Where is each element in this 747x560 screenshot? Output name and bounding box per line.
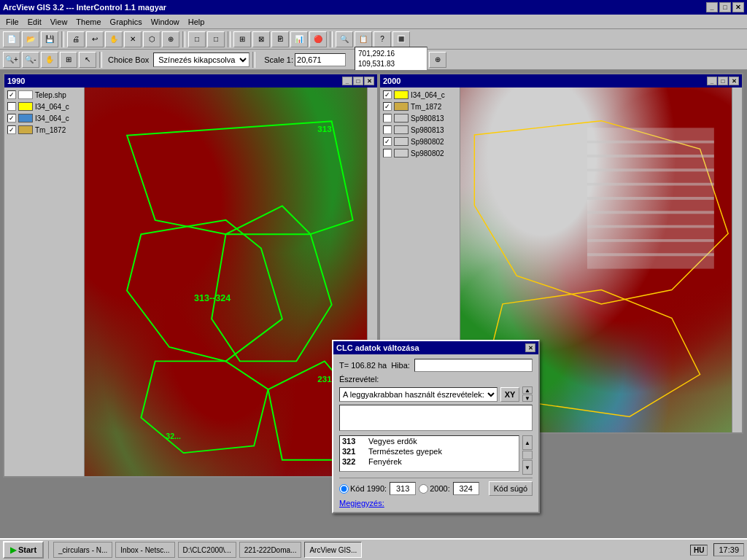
maximize-button[interactable]: □ (719, 2, 731, 12)
zoom-out-btn[interactable]: 🔍- (22, 52, 39, 68)
view-2000-close[interactable]: ✕ (729, 77, 739, 85)
észrevétel-textarea[interactable] (339, 405, 533, 431)
legend-2000-label-2: Tm_1872 (411, 103, 441, 111)
kod-2000-input[interactable] (453, 482, 479, 495)
check-2000-1[interactable]: ✓ (383, 90, 392, 99)
tool-8[interactable]: □ (207, 31, 225, 47)
extent-btn[interactable]: ⊞ (60, 52, 77, 68)
check-2000-3[interactable] (383, 114, 392, 122)
tool-2[interactable]: ↩ (86, 31, 104, 47)
pan-btn[interactable]: ✋ (41, 52, 58, 68)
print-btn[interactable]: 🖨 (67, 31, 85, 47)
tool-15[interactable]: 📋 (355, 31, 372, 47)
list-scroll-dn[interactable]: ▼ (522, 460, 533, 475)
tool-14[interactable]: 🔍 (336, 31, 353, 47)
scale-input[interactable] (295, 53, 346, 66)
open-btn[interactable]: 📂 (22, 31, 39, 47)
start-button[interactable]: ▶ Start (3, 541, 44, 559)
xy-button[interactable]: XY (500, 387, 519, 402)
menu-edit[interactable]: Edit (23, 16, 46, 28)
menu-window[interactable]: Window (147, 16, 184, 28)
tool-9[interactable]: ⊞ (233, 31, 251, 47)
list-item-322[interactable]: 322 Fenyérek (340, 456, 519, 467)
view-2000-scrollbar[interactable] (732, 88, 742, 432)
view-2000-max[interactable]: □ (718, 77, 728, 85)
clock: 17:39 (713, 543, 744, 556)
tool-6[interactable]: ⊕ (162, 31, 179, 47)
taskbar-item-clc2000[interactable]: D:\CLC2000\... (178, 542, 236, 558)
legend-label-3: I34_064_c (35, 114, 69, 122)
view-1990-max[interactable]: □ (353, 77, 363, 85)
tool-7[interactable]: □ (188, 31, 206, 47)
check-2000-6[interactable] (383, 149, 392, 158)
check-2[interactable] (7, 102, 16, 111)
color-2000-1 (394, 90, 409, 99)
color-2000-3 (394, 114, 409, 122)
check-2000-4[interactable] (383, 125, 392, 134)
lang-indicator: HU (690, 545, 708, 556)
tool-12[interactable]: 📊 (290, 31, 308, 47)
menu-help[interactable]: Help (184, 16, 209, 28)
tool-13[interactable]: 🔴 (309, 31, 327, 47)
észrevétel-select[interactable]: A leggyakrabban használt észrevételek: (339, 387, 498, 402)
view-1990-map[interactable]: 313 313--324 231 32... (85, 88, 367, 476)
minimize-button[interactable]: _ (706, 2, 718, 12)
taskbar-item-221[interactable]: 221-222Doma... (239, 542, 302, 558)
app-title: ArcView GIS 3.2 --- InterControl 1.1 mag… (3, 3, 166, 12)
tool-4[interactable]: ✕ (124, 31, 142, 47)
taskbar-label-3: D:\CLC2000\... (183, 546, 231, 554)
check-2000-2[interactable]: ✓ (383, 102, 392, 111)
hiba-input[interactable] (414, 359, 533, 372)
tool-11[interactable]: 🖹 (271, 31, 289, 47)
scroll-up-btn[interactable]: ▲ (522, 386, 533, 394)
tool-5[interactable]: ⬡ (143, 31, 160, 47)
tool-17[interactable]: 🔳 (392, 31, 410, 47)
color-2000-2 (394, 102, 409, 111)
list-item-321[interactable]: 321 Természetes gyepek (340, 446, 519, 456)
view-1990-controls: _ □ ✕ (342, 77, 374, 85)
megjegyzés-link[interactable]: Megjegyzés: (339, 499, 384, 508)
close-button[interactable]: ✕ (732, 2, 744, 12)
check-4[interactable]: ✓ (7, 125, 16, 134)
tool-3[interactable]: ✋ (105, 31, 123, 47)
coord-btn[interactable]: ⊕ (429, 52, 446, 68)
tool-10[interactable]: ⊠ (252, 31, 270, 47)
color-3 (18, 114, 33, 122)
kod-sugo-btn[interactable]: Kód súgó (489, 481, 533, 496)
taskbar-item-arcview[interactable]: ArcView GIS... (304, 542, 362, 558)
view-2000-controls: _ □ ✕ (707, 77, 739, 85)
clc-dialog-close[interactable]: ✕ (525, 343, 535, 352)
legend-2000-item-1: ✓ I34_064_c (383, 90, 457, 99)
choice-select[interactable]: Színezés kikapcsolva (153, 52, 249, 67)
list-scroll-up[interactable]: ▲ (522, 435, 533, 450)
taskbar-item-inbox[interactable]: Inbox - Netsc... (115, 542, 174, 558)
sep-6 (252, 52, 255, 68)
sep-5 (99, 52, 102, 68)
menu-theme[interactable]: Theme (71, 16, 105, 28)
tool-16[interactable]: ? (374, 31, 391, 47)
select-btn[interactable]: ↖ (79, 52, 96, 68)
menu-graphics[interactable]: Graphics (106, 16, 147, 28)
legend-item-3: ✓ I34_064_c (7, 114, 81, 122)
zoom-in-btn[interactable]: 🔍+ (3, 52, 20, 68)
menu-view[interactable]: View (46, 16, 72, 28)
kod-1990-input[interactable] (390, 482, 416, 495)
scroll-dn-btn[interactable]: ▼ (522, 394, 533, 402)
save-btn[interactable]: 💾 (41, 31, 58, 47)
view-2000-min[interactable]: _ (707, 77, 717, 85)
check-1[interactable]: ✓ (7, 90, 16, 99)
code-list[interactable]: 313 Vegyes erdők 321 Természetes gyepek … (339, 435, 519, 472)
check-3[interactable]: ✓ (7, 114, 16, 122)
check-2000-5[interactable]: ✓ (383, 137, 392, 146)
new-btn[interactable]: 📄 (3, 31, 20, 47)
view-1990-close[interactable]: ✕ (364, 77, 374, 85)
menu-file[interactable]: File (1, 16, 23, 28)
view-2000-title: 2000 (383, 77, 400, 85)
radio-2000[interactable] (419, 484, 428, 494)
taskbar-item-circulars[interactable]: _circulars - N... (53, 542, 112, 558)
view-1990-min[interactable]: _ (342, 77, 352, 85)
legend-2000-label-5: Sp980802 (411, 138, 444, 146)
radio-1990[interactable] (339, 484, 349, 494)
legend-2000-label-6: Sp980802 (411, 149, 444, 158)
list-item-313[interactable]: 313 Vegyes erdők (340, 436, 519, 446)
